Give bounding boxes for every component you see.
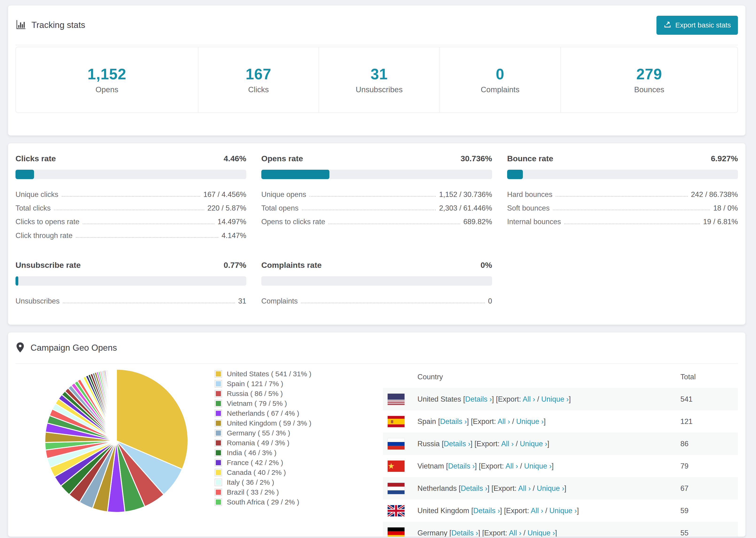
- legend-label: Italy ( 36 / 2% ): [227, 478, 274, 486]
- export-basic-stats-button[interactable]: Export basic stats: [657, 16, 738, 35]
- header-divider: [16, 45, 738, 45]
- progress-bar-track: [261, 170, 492, 179]
- details-link[interactable]: Details ›: [440, 417, 467, 426]
- tracking-stats-header: Tracking stats Export basic stats: [16, 5, 738, 45]
- table-row-vietnam: ★Vietnam [Details ›] [Export: All › / Un…: [383, 455, 738, 477]
- table-row-russia: Russia [Details ›] [Export: All › / Uniq…: [383, 433, 738, 455]
- details-link[interactable]: Details ›: [448, 462, 475, 470]
- dotted-leader: [328, 224, 460, 224]
- details-link[interactable]: Details ›: [465, 395, 492, 403]
- legend-label: Russia ( 86 / 5% ): [227, 390, 283, 398]
- country-cell: United States [Details ›] [Export: All ›…: [417, 395, 680, 404]
- details-link[interactable]: Details ›: [444, 440, 470, 448]
- legend-item-united-kingdom[interactable]: United Kingdom ( 59 / 3% ): [215, 418, 347, 428]
- rate-rows: Unique opens1,152 / 30.736%Total opens2,…: [261, 191, 492, 226]
- legend-item-france[interactable]: France ( 42 / 2% ): [215, 458, 347, 467]
- export-unique-link[interactable]: Unique ›: [516, 417, 544, 426]
- rate-name: Complaints rate: [261, 260, 322, 270]
- rate-rows: Complaints0: [261, 297, 492, 305]
- legend-item-canada[interactable]: Canada ( 40 / 2% ): [215, 467, 347, 477]
- progress-bar-track: [261, 276, 492, 286]
- legend-label: United States ( 541 / 31% ): [227, 370, 311, 378]
- stat-card-clicks: 167Clicks: [198, 47, 319, 112]
- details-link[interactable]: Details ›: [452, 529, 478, 537]
- rate-row-unsubscribes: Unsubscribes31: [16, 297, 246, 305]
- geo-pie-chart: [44, 368, 189, 513]
- rates-card: Clicks rate4.46%Unique clicks167 / 4.456…: [8, 143, 746, 325]
- total-cell: 86: [680, 440, 738, 448]
- progress-bar-fill: [261, 170, 329, 179]
- rate-name: Clicks rate: [16, 154, 56, 163]
- export-unique-link[interactable]: Unique ›: [524, 462, 552, 470]
- legend-swatch: [215, 420, 222, 426]
- export-all-link[interactable]: All ›: [523, 395, 535, 403]
- legend-item-italy[interactable]: Italy ( 36 / 2% ): [215, 477, 347, 487]
- export-unique-link[interactable]: Unique ›: [549, 507, 577, 515]
- progress-bar-track: [16, 276, 246, 286]
- legend-swatch: [215, 371, 222, 377]
- export-unique-link[interactable]: Unique ›: [520, 440, 547, 448]
- dotted-leader: [309, 196, 436, 197]
- rate-row-value: 18 / 0%: [713, 204, 738, 212]
- legend-item-united-states[interactable]: United States ( 541 / 31% ): [215, 369, 347, 379]
- progress-bar-track: [507, 170, 738, 179]
- country-cell: United Kingdom [Details ›] [Export: All …: [417, 507, 680, 515]
- total-cell: 67: [680, 484, 738, 493]
- stat-label: Unsubscribes: [356, 85, 403, 94]
- legend-item-russia[interactable]: Russia ( 86 / 5% ): [215, 389, 347, 399]
- table-row-united-kingdom: United Kingdom [Details ›] [Export: All …: [383, 500, 738, 522]
- export-unique-link[interactable]: Unique ›: [527, 529, 555, 537]
- legend-swatch: [215, 400, 222, 407]
- rate-block-unsubscribe-rate: Unsubscribe rate0.77%Unsubscribes31: [16, 260, 246, 311]
- progress-bar-fill: [507, 170, 523, 179]
- stat-card-unsubscribes: 31Unsubscribes: [319, 47, 439, 112]
- legend-item-india[interactable]: India ( 46 / 3% ): [215, 448, 347, 458]
- stat-label: Complaints: [481, 85, 519, 94]
- legend-label: Spain ( 121 / 7% ): [227, 380, 283, 388]
- rate-row-click-through-rate: Click through rate4.147%: [16, 232, 246, 240]
- flag-de-icon: [388, 527, 405, 537]
- rate-row-soft-bounces: Soft bounces18 / 0%: [507, 204, 738, 212]
- rate-rows: Unsubscribes31: [16, 297, 246, 305]
- page-title: Tracking stats: [31, 20, 85, 30]
- rate-row-value: 2,303 / 61.446%: [439, 204, 492, 212]
- geo-table: Country Total United States [Details ›] …: [383, 366, 738, 537]
- legend-item-germany[interactable]: Germany ( 55 / 3% ): [215, 428, 347, 438]
- stat-card-bounces: 279Bounces: [561, 47, 737, 112]
- stat-label: Bounces: [634, 85, 664, 94]
- legend-item-vietnam[interactable]: Vietnam ( 79 / 5% ): [215, 399, 347, 408]
- legend-label: Brazil ( 33 / 2% ): [227, 488, 279, 496]
- legend-item-brazil[interactable]: Brazil ( 33 / 2% ): [215, 487, 347, 497]
- export-all-link[interactable]: All ›: [498, 417, 510, 426]
- rate-row-total-opens: Total opens2,303 / 61.446%: [261, 204, 492, 212]
- details-link[interactable]: Details ›: [460, 484, 487, 493]
- details-link[interactable]: Details ›: [473, 507, 500, 515]
- geo-content: United States ( 541 / 31% )Spain ( 121 /…: [16, 366, 738, 537]
- export-unique-link[interactable]: Unique ›: [541, 395, 568, 403]
- stat-value: 167: [245, 66, 271, 83]
- legend-swatch: [215, 499, 222, 506]
- flag-ru-icon: [388, 438, 405, 450]
- rate-name: Bounce rate: [507, 154, 553, 163]
- pie-slice-other[interactable]: [116, 369, 117, 441]
- rates-grid: Clicks rate4.46%Unique clicks167 / 4.456…: [16, 154, 738, 311]
- legend-item-spain[interactable]: Spain ( 121 / 7% ): [215, 379, 347, 389]
- legend-swatch: [215, 390, 222, 397]
- stat-label: Opens: [95, 85, 118, 94]
- stat-value: 0: [496, 66, 505, 83]
- rate-percentage: 30.736%: [460, 154, 492, 163]
- export-all-link[interactable]: All ›: [518, 484, 531, 493]
- rate-header: Unsubscribe rate0.77%: [16, 260, 246, 270]
- export-all-link[interactable]: All ›: [531, 507, 543, 515]
- flag-nl-icon: [388, 483, 405, 494]
- export-all-link[interactable]: All ›: [509, 529, 521, 537]
- export-all-link[interactable]: All ›: [501, 440, 514, 448]
- dotted-leader: [63, 302, 235, 303]
- export-all-link[interactable]: All ›: [506, 462, 518, 470]
- legend-item-romania[interactable]: Romania ( 49 / 3% ): [215, 438, 347, 448]
- export-icon: [664, 21, 672, 30]
- rate-row-value: 0: [488, 297, 492, 305]
- export-unique-link[interactable]: Unique ›: [537, 484, 564, 493]
- legend-item-netherlands[interactable]: Netherlands ( 67 / 4% ): [215, 408, 347, 418]
- legend-item-south-africa[interactable]: South Africa ( 29 / 2% ): [215, 497, 347, 507]
